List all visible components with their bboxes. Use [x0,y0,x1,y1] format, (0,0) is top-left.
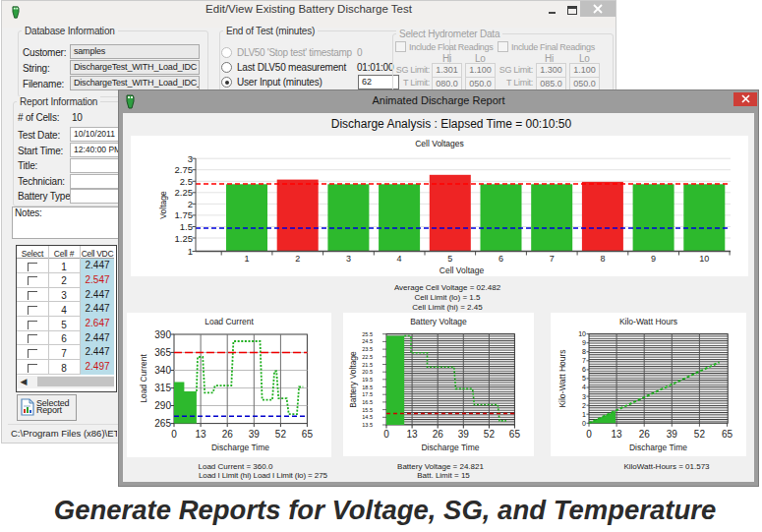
svg-text:3: 3 [582,393,586,400]
svg-text:16.5: 16.5 [362,399,373,405]
svg-text:52: 52 [275,429,287,440]
svg-text:9: 9 [582,339,586,346]
svg-text:1.25: 1.25 [175,233,194,244]
svg-text:Cell Voltages: Cell Voltages [415,139,464,148]
svg-text:39: 39 [249,429,261,440]
svg-text:1.5: 1.5 [180,221,193,232]
svg-text:20.5: 20.5 [362,369,373,375]
svg-text:15.5: 15.5 [362,407,373,413]
svg-text:22.5: 22.5 [362,354,373,360]
svg-text:Discharge Time: Discharge Time [629,443,687,452]
svg-text:10: 10 [699,254,709,264]
svg-text:13: 13 [612,429,623,440]
svg-text:23.5: 23.5 [362,346,373,352]
svg-text:265: 265 [154,418,171,429]
svg-text:365: 365 [154,347,171,358]
svg-text:19.5: 19.5 [362,377,373,383]
svg-text:9: 9 [651,254,656,264]
svg-text:Kilo-Watt Hours: Kilo-Watt Hours [619,317,677,326]
svg-text:39: 39 [667,429,678,440]
svg-text:Kilo-Watt Hours: Kilo-Watt Hours [557,349,567,407]
svg-text:0: 0 [582,420,586,427]
svg-text:17.5: 17.5 [362,391,373,397]
svg-text:Voltage: Voltage [158,191,168,219]
svg-text:2: 2 [188,199,193,209]
svg-text:390: 390 [154,329,171,340]
svg-text:24.5: 24.5 [362,338,373,344]
svg-text:2.5: 2.5 [180,176,193,187]
svg-text:65: 65 [509,429,521,440]
svg-text:13.5: 13.5 [362,422,373,428]
svg-text:1: 1 [188,246,193,257]
svg-text:0: 0 [586,429,592,440]
svg-text:52: 52 [484,429,496,440]
svg-text:Load Current: Load Current [139,354,148,403]
svg-text:Battery Voltage: Battery Voltage [348,351,358,408]
svg-text:2: 2 [582,402,586,409]
svg-text:1: 1 [582,411,586,418]
svg-text:4: 4 [582,384,586,390]
svg-text:2: 2 [295,254,300,264]
svg-text:3: 3 [188,153,193,164]
svg-text:25.5: 25.5 [362,331,373,337]
svg-text:3: 3 [346,254,351,264]
svg-text:4: 4 [397,254,402,264]
svg-text:6: 6 [582,366,586,373]
svg-text:290: 290 [154,400,171,411]
svg-text:0: 0 [383,429,389,440]
svg-text:5: 5 [582,375,586,382]
svg-text:2.75: 2.75 [175,164,194,175]
svg-text:315: 315 [154,383,171,393]
svg-text:65: 65 [722,429,733,440]
svg-text:26: 26 [433,429,444,440]
svg-text:8: 8 [600,254,605,264]
svg-text:26: 26 [222,429,234,440]
svg-text:8: 8 [582,348,586,355]
svg-text:5: 5 [447,254,452,264]
svg-text:14.5: 14.5 [362,414,373,420]
svg-text:7: 7 [582,357,586,364]
svg-text:13: 13 [196,429,207,440]
svg-text:Cell Voltage: Cell Voltage [440,266,485,275]
svg-text:Load Current: Load Current [205,317,254,326]
svg-text:26: 26 [639,429,651,440]
svg-text:1.75: 1.75 [175,209,194,220]
svg-text:65: 65 [302,429,314,440]
svg-text:21.5: 21.5 [362,362,373,368]
svg-text:10: 10 [578,330,586,337]
svg-text:0: 0 [171,429,177,440]
svg-text:7: 7 [550,254,555,264]
svg-text:340: 340 [154,365,171,376]
svg-text:52: 52 [694,429,706,440]
svg-text:Discharge Time: Discharge Time [421,443,479,452]
svg-text:6: 6 [498,254,503,264]
svg-text:1: 1 [244,254,249,264]
svg-text:Battery Voltage: Battery Voltage [410,317,467,326]
svg-text:13: 13 [407,429,419,440]
svg-text:18.5: 18.5 [362,384,373,390]
svg-text:Discharge Time: Discharge Time [211,443,269,452]
svg-text:2.25: 2.25 [175,187,194,198]
svg-text:39: 39 [458,429,470,440]
